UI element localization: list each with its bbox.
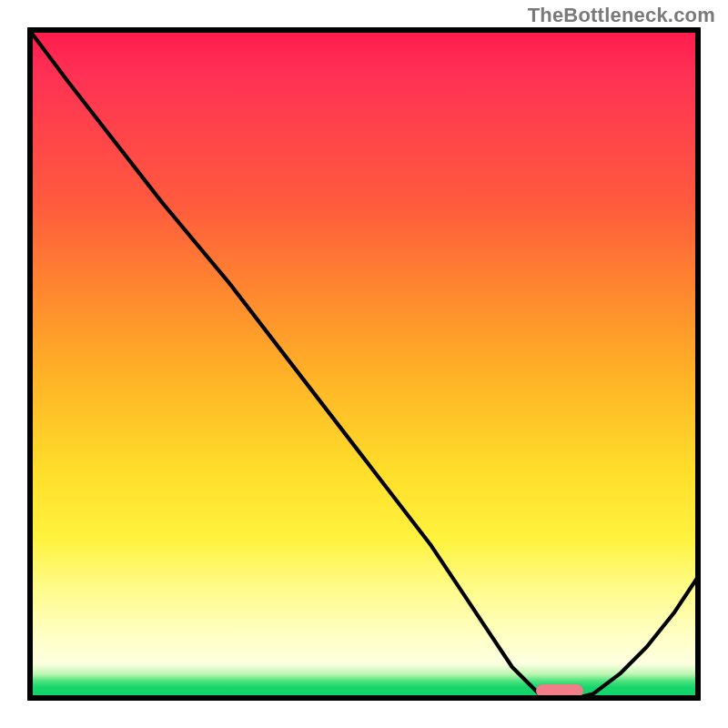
bottleneck-chart: TheBottleneck.com	[0, 0, 728, 728]
watermark-text: TheBottleneck.com	[528, 4, 715, 27]
optimum-marker	[536, 684, 583, 697]
plot-area	[27, 27, 701, 701]
heat-gradient-background	[27, 27, 701, 701]
